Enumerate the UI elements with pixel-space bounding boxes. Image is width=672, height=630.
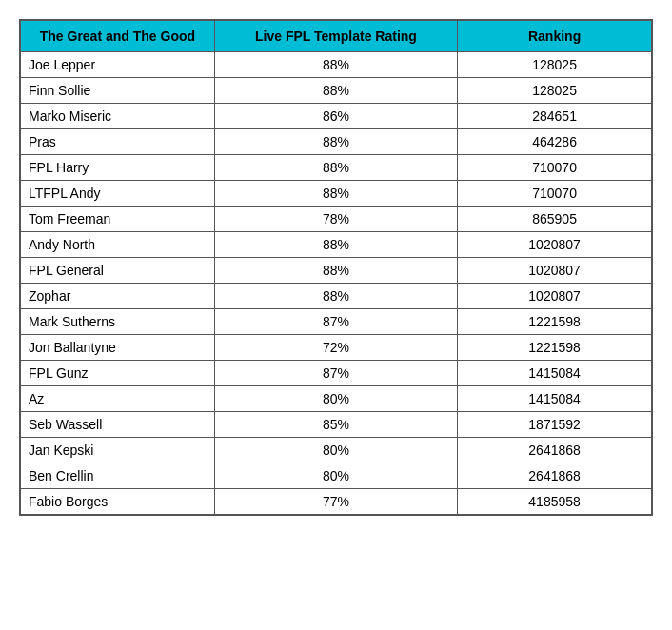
table-row: Finn Sollie88%128025 — [20, 78, 652, 104]
col1-header: The Great and The Good — [20, 20, 214, 52]
player-ranking: 1415084 — [458, 361, 652, 386]
player-name: Az — [20, 386, 214, 412]
player-rating: 88% — [214, 129, 457, 155]
player-ranking: 1020807 — [458, 258, 652, 284]
player-rating: 80% — [214, 438, 457, 463]
player-name: FPL Harry — [20, 155, 214, 181]
player-name: Jan Kepski — [20, 438, 214, 463]
player-name: Pras — [20, 129, 214, 155]
player-rating: 88% — [214, 284, 457, 309]
table-row: Joe Lepper88%128025 — [20, 52, 652, 78]
player-ranking: 2641868 — [458, 463, 652, 489]
table-row: Fabio Borges77%4185958 — [20, 489, 652, 516]
player-name: Seb Wassell — [20, 412, 214, 438]
player-ranking: 1415084 — [458, 386, 652, 412]
table-row: FPL Gunz87%1415084 — [20, 361, 652, 386]
player-rating: 80% — [214, 463, 457, 489]
player-ranking: 128025 — [458, 52, 652, 78]
player-rating: 80% — [214, 386, 457, 412]
player-rating: 85% — [214, 412, 457, 438]
player-name: FPL General — [20, 258, 214, 284]
table-row: Jan Kepski80%2641868 — [20, 438, 652, 463]
player-ranking: 1221598 — [458, 335, 652, 361]
col3-header: Ranking — [458, 20, 652, 52]
player-ranking: 128025 — [458, 78, 652, 104]
player-rating: 87% — [214, 309, 457, 335]
player-ranking: 865905 — [458, 207, 652, 232]
player-ranking: 1221598 — [458, 309, 652, 335]
player-name: Zophar — [20, 284, 214, 309]
player-ranking: 464286 — [458, 129, 652, 155]
table-row: Marko Miseric86%284651 — [20, 104, 652, 129]
player-rating: 88% — [214, 258, 457, 284]
player-ranking: 1020807 — [458, 284, 652, 309]
player-rating: 77% — [214, 489, 457, 516]
player-ranking: 284651 — [458, 104, 652, 129]
player-rating: 78% — [214, 207, 457, 232]
table-row: Zophar88%1020807 — [20, 284, 652, 309]
main-table-container: The Great and The Good Live FPL Template… — [19, 19, 653, 516]
player-rating: 88% — [214, 232, 457, 258]
table-row: Ben Crellin80%2641868 — [20, 463, 652, 489]
table-row: FPL Harry88%710070 — [20, 155, 652, 181]
player-ranking: 710070 — [458, 181, 652, 207]
player-name: Marko Miseric — [20, 104, 214, 129]
table-row: Tom Freeman78%865905 — [20, 207, 652, 232]
player-rating: 86% — [214, 104, 457, 129]
player-name: LTFPL Andy — [20, 181, 214, 207]
player-rating: 72% — [214, 335, 457, 361]
player-name: Ben Crellin — [20, 463, 214, 489]
player-name: Jon Ballantyne — [20, 335, 214, 361]
player-ranking: 1020807 — [458, 232, 652, 258]
player-name: Andy North — [20, 232, 214, 258]
player-name: FPL Gunz — [20, 361, 214, 386]
table-row: Andy North88%1020807 — [20, 232, 652, 258]
table-row: LTFPL Andy88%710070 — [20, 181, 652, 207]
player-rating: 88% — [214, 155, 457, 181]
table-row: Jon Ballantyne72%1221598 — [20, 335, 652, 361]
table-row: Az80%1415084 — [20, 386, 652, 412]
player-ranking: 2641868 — [458, 438, 652, 463]
col2-header: Live FPL Template Rating — [214, 20, 457, 52]
player-rating: 88% — [214, 78, 457, 104]
table-row: Mark Sutherns87%1221598 — [20, 309, 652, 335]
player-ranking: 4185958 — [458, 489, 652, 516]
player-rating: 88% — [214, 52, 457, 78]
player-rating: 88% — [214, 181, 457, 207]
player-name: Joe Lepper — [20, 52, 214, 78]
player-rating: 87% — [214, 361, 457, 386]
player-ranking: 710070 — [458, 155, 652, 181]
table-row: Pras88%464286 — [20, 129, 652, 155]
rankings-table: The Great and The Good Live FPL Template… — [19, 19, 653, 516]
player-ranking: 1871592 — [458, 412, 652, 438]
player-name: Fabio Borges — [20, 489, 214, 516]
player-name: Finn Sollie — [20, 78, 214, 104]
table-row: Seb Wassell85%1871592 — [20, 412, 652, 438]
player-name: Mark Sutherns — [20, 309, 214, 335]
table-row: FPL General88%1020807 — [20, 258, 652, 284]
player-name: Tom Freeman — [20, 207, 214, 232]
